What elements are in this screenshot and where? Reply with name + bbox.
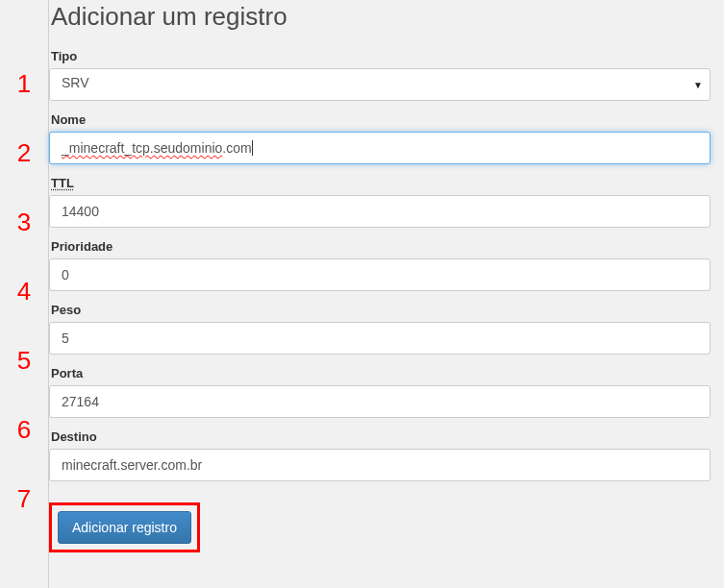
field-nome: Nome _minecraft_tcp.seudominio.com bbox=[49, 112, 711, 164]
input-destino[interactable] bbox=[49, 449, 711, 481]
label-peso: Peso bbox=[49, 303, 711, 317]
annotation-num-2: 2 bbox=[0, 140, 48, 165]
add-record-button[interactable]: Adicionar registro bbox=[58, 511, 191, 544]
input-nome[interactable]: _minecraft_tcp.seudominio.com bbox=[49, 132, 711, 164]
page-title: Adicionar um registro bbox=[49, 2, 711, 32]
annotation-numbers: 1 2 3 4 5 6 7 bbox=[0, 0, 48, 588]
annotation-num-5: 5 bbox=[0, 348, 48, 373]
button-highlight-box: Adicionar registro bbox=[49, 502, 200, 552]
annotation-num-4: 4 bbox=[0, 279, 48, 304]
label-porta: Porta bbox=[49, 366, 711, 380]
label-tipo: Tipo bbox=[49, 49, 711, 63]
input-peso[interactable] bbox=[49, 322, 711, 355]
input-prioridade[interactable] bbox=[49, 258, 711, 291]
input-porta[interactable] bbox=[49, 385, 711, 418]
annotation-num-6: 6 bbox=[0, 417, 48, 442]
text-cursor bbox=[252, 140, 253, 156]
form-container: Adicionar um registro Tipo SRV ▼ Nome _m… bbox=[49, 0, 724, 588]
annotation-num-7: 7 bbox=[0, 486, 48, 511]
label-nome: Nome bbox=[49, 112, 711, 127]
field-tipo: Tipo SRV ▼ bbox=[49, 49, 711, 101]
annotation-num-3: 3 bbox=[0, 209, 48, 234]
field-ttl: TTL bbox=[49, 176, 711, 228]
label-prioridade: Prioridade bbox=[49, 239, 711, 254]
annotation-num-1: 1 bbox=[0, 71, 48, 96]
select-tipo[interactable]: SRV bbox=[49, 68, 711, 101]
field-porta: Porta bbox=[49, 366, 711, 418]
label-ttl: TTL bbox=[49, 176, 711, 190]
input-nome-text-rest: .com bbox=[222, 140, 251, 156]
field-peso: Peso bbox=[49, 303, 711, 355]
label-destino: Destino bbox=[49, 429, 711, 444]
input-nome-text-spellcheck: _minecraft_tcp.seudominio bbox=[62, 140, 222, 156]
field-prioridade: Prioridade bbox=[49, 239, 711, 291]
input-ttl[interactable] bbox=[49, 195, 711, 228]
field-destino: Destino bbox=[49, 429, 711, 481]
